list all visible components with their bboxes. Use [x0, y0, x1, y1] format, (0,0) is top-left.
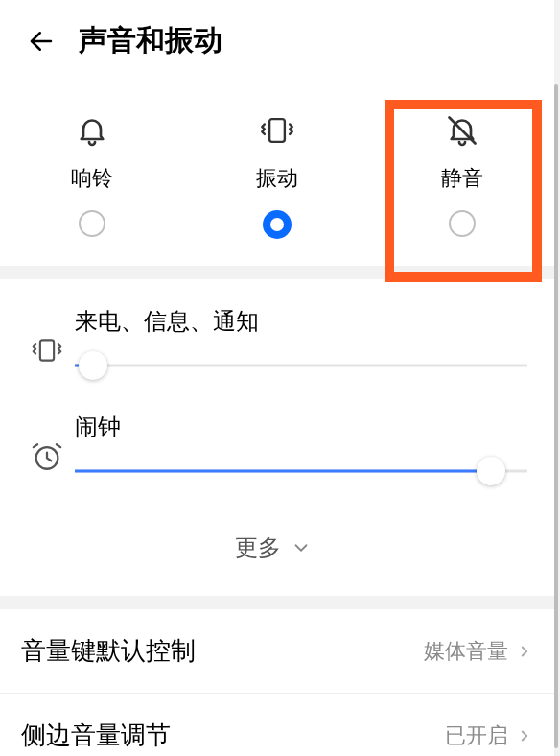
- sound-mode-row: 响铃 振动 静音: [0, 82, 554, 266]
- section-divider: [0, 266, 554, 279]
- slider-alarm[interactable]: [75, 458, 527, 484]
- arrow-left-icon: [27, 27, 56, 56]
- slider-thumb[interactable]: [477, 457, 505, 485]
- slider-notify[interactable]: [75, 352, 527, 379]
- header: 声音和振动: [0, 0, 554, 82]
- vibrate-icon: [257, 113, 297, 148]
- mode-label: 振动: [256, 164, 298, 193]
- mode-label: 响铃: [71, 164, 113, 193]
- setting-side-volume[interactable]: 侧边音量调节 已开启: [0, 694, 554, 756]
- setting-label: 音量键默认控制: [21, 634, 196, 668]
- slider-notify-row: 来电、信息、通知: [19, 306, 527, 379]
- chevron-right-icon: [516, 727, 533, 744]
- slider-label: 来电、信息、通知: [75, 306, 527, 337]
- volume-sliders: 来电、信息、通知 闹钟 更多: [0, 279, 554, 596]
- radio-silent[interactable]: [449, 210, 476, 237]
- setting-label: 侧边音量调节: [21, 719, 171, 752]
- bell-icon: [75, 113, 109, 148]
- more-label: 更多: [235, 532, 281, 563]
- setting-volume-key[interactable]: 音量键默认控制 媒体音量: [0, 609, 554, 694]
- settings-list: 音量键默认控制 媒体音量 侧边音量调节 已开启: [0, 609, 554, 756]
- svg-rect-1: [269, 119, 285, 142]
- chevron-down-icon: [291, 537, 312, 558]
- setting-value: 已开启: [445, 721, 508, 750]
- scrollbar[interactable]: [554, 84, 558, 748]
- bell-off-icon: [445, 113, 479, 148]
- page-title: 声音和振动: [79, 21, 222, 60]
- vibrate-icon: [29, 335, 65, 366]
- mode-ring[interactable]: 响铃: [15, 108, 169, 239]
- radio-vibrate[interactable]: [263, 210, 292, 239]
- svg-rect-3: [40, 340, 54, 360]
- alarm-clock-icon: [31, 440, 63, 473]
- setting-value: 媒体音量: [424, 637, 508, 666]
- radio-ring[interactable]: [79, 210, 105, 237]
- mode-label: 静音: [441, 164, 483, 193]
- back-button[interactable]: [25, 25, 58, 58]
- mode-vibrate[interactable]: 振动: [200, 108, 354, 239]
- more-button[interactable]: 更多: [19, 517, 527, 588]
- slider-label: 闹钟: [75, 412, 527, 442]
- section-divider: [0, 596, 554, 609]
- slider-alarm-row: 闹钟: [19, 412, 527, 484]
- chevron-right-icon: [516, 643, 533, 660]
- mode-silent[interactable]: 静音: [385, 108, 539, 239]
- slider-thumb[interactable]: [79, 351, 107, 380]
